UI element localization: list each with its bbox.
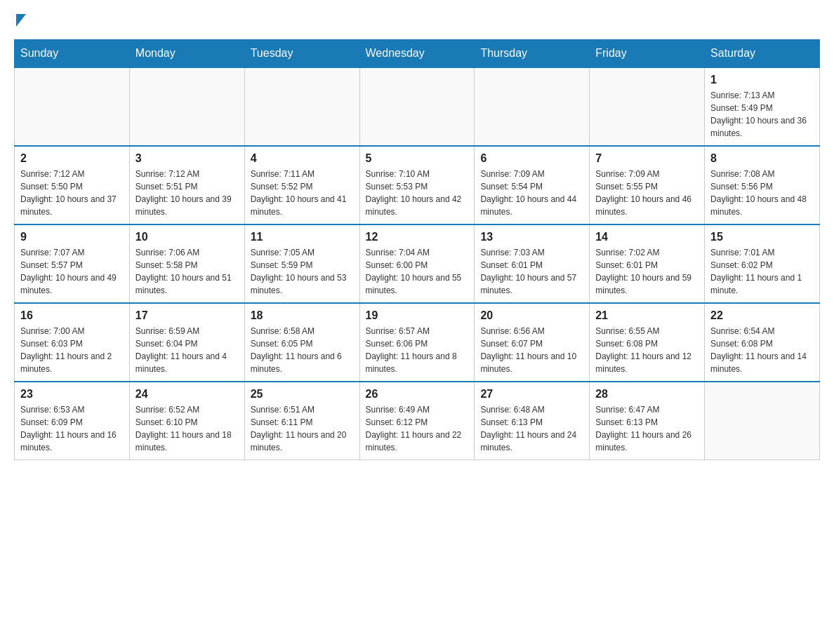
day-header-wednesday: Wednesday	[359, 40, 475, 68]
calendar-cell	[590, 67, 705, 146]
day-info: Sunrise: 6:55 AMSunset: 6:08 PMDaylight:…	[595, 325, 699, 375]
calendar-cell: 13Sunrise: 7:03 AMSunset: 6:01 PMDayligh…	[475, 224, 590, 303]
day-info: Sunrise: 6:57 AMSunset: 6:06 PMDaylight:…	[366, 325, 469, 375]
day-number: 12	[366, 231, 469, 243]
day-number: 25	[251, 388, 354, 401]
day-number: 7	[595, 152, 699, 165]
day-number: 9	[20, 231, 124, 243]
day-info: Sunrise: 7:08 AMSunset: 5:56 PMDaylight:…	[710, 168, 814, 218]
day-info: Sunrise: 7:06 AMSunset: 5:58 PMDaylight:…	[135, 246, 239, 297]
calendar-cell	[244, 67, 359, 146]
day-number: 15	[710, 231, 814, 243]
calendar-table: SundayMondayTuesdayWednesdayThursdayFrid…	[14, 39, 820, 460]
day-number: 5	[366, 152, 469, 165]
calendar-cell: 27Sunrise: 6:48 AMSunset: 6:13 PMDayligh…	[475, 382, 590, 460]
day-info: Sunrise: 7:10 AMSunset: 5:53 PMDaylight:…	[366, 168, 469, 218]
calendar-header-row: SundayMondayTuesdayWednesdayThursdayFrid…	[15, 40, 820, 68]
calendar-cell: 19Sunrise: 6:57 AMSunset: 6:06 PMDayligh…	[359, 303, 475, 382]
calendar-cell	[705, 382, 820, 460]
calendar-cell: 14Sunrise: 7:02 AMSunset: 6:01 PMDayligh…	[590, 224, 705, 303]
day-number: 14	[595, 231, 699, 243]
day-info: Sunrise: 7:07 AMSunset: 5:57 PMDaylight:…	[20, 246, 124, 297]
calendar-cell: 4Sunrise: 7:11 AMSunset: 5:52 PMDaylight…	[244, 146, 359, 224]
day-info: Sunrise: 6:52 AMSunset: 6:10 PMDaylight:…	[135, 403, 239, 454]
day-info: Sunrise: 6:56 AMSunset: 6:07 PMDaylight:…	[480, 325, 583, 375]
calendar-cell: 25Sunrise: 6:51 AMSunset: 6:11 PMDayligh…	[244, 382, 359, 460]
day-info: Sunrise: 7:13 AMSunset: 5:49 PMDaylight:…	[710, 89, 814, 140]
day-header-saturday: Saturday	[705, 40, 820, 68]
calendar-cell: 1Sunrise: 7:13 AMSunset: 5:49 PMDaylight…	[705, 67, 820, 146]
day-number: 11	[251, 231, 354, 243]
calendar-cell: 28Sunrise: 6:47 AMSunset: 6:13 PMDayligh…	[590, 382, 705, 460]
calendar-week-row: 23Sunrise: 6:53 AMSunset: 6:09 PMDayligh…	[15, 382, 820, 460]
day-info: Sunrise: 6:51 AMSunset: 6:11 PMDaylight:…	[251, 403, 354, 454]
day-header-thursday: Thursday	[475, 40, 590, 68]
calendar-cell: 24Sunrise: 6:52 AMSunset: 6:10 PMDayligh…	[129, 382, 244, 460]
calendar-cell: 20Sunrise: 6:56 AMSunset: 6:07 PMDayligh…	[475, 303, 590, 382]
calendar-cell: 8Sunrise: 7:08 AMSunset: 5:56 PMDaylight…	[705, 146, 820, 224]
calendar-cell: 16Sunrise: 7:00 AMSunset: 6:03 PMDayligh…	[15, 303, 130, 382]
day-number: 23	[20, 388, 124, 401]
day-number: 27	[480, 388, 583, 401]
day-number: 28	[595, 388, 699, 401]
day-info: Sunrise: 6:53 AMSunset: 6:09 PMDaylight:…	[20, 403, 124, 454]
day-number: 1	[710, 74, 814, 86]
day-header-tuesday: Tuesday	[244, 40, 359, 68]
calendar-cell: 7Sunrise: 7:09 AMSunset: 5:55 PMDaylight…	[590, 146, 705, 224]
calendar-cell: 15Sunrise: 7:01 AMSunset: 6:02 PMDayligh…	[705, 224, 820, 303]
day-number: 18	[251, 309, 354, 322]
calendar-cell: 23Sunrise: 6:53 AMSunset: 6:09 PMDayligh…	[15, 382, 130, 460]
day-number: 21	[595, 309, 699, 322]
calendar-cell	[129, 67, 244, 146]
day-info: Sunrise: 7:03 AMSunset: 6:01 PMDaylight:…	[480, 246, 583, 297]
day-info: Sunrise: 7:12 AMSunset: 5:50 PMDaylight:…	[20, 168, 124, 218]
day-number: 20	[480, 309, 583, 322]
day-header-sunday: Sunday	[15, 40, 130, 68]
day-info: Sunrise: 6:59 AMSunset: 6:04 PMDaylight:…	[135, 325, 239, 375]
calendar-week-row: 16Sunrise: 7:00 AMSunset: 6:03 PMDayligh…	[15, 303, 820, 382]
calendar-cell	[15, 67, 130, 146]
day-number: 2	[20, 152, 124, 165]
day-info: Sunrise: 7:00 AMSunset: 6:03 PMDaylight:…	[20, 325, 124, 375]
calendar-cell: 5Sunrise: 7:10 AMSunset: 5:53 PMDaylight…	[359, 146, 475, 224]
day-info: Sunrise: 6:58 AMSunset: 6:05 PMDaylight:…	[251, 325, 354, 375]
logo-chevron-icon	[16, 14, 26, 27]
day-number: 13	[480, 231, 583, 243]
calendar-week-row: 1Sunrise: 7:13 AMSunset: 5:49 PMDaylight…	[15, 67, 820, 146]
page-header	[14, 14, 820, 25]
day-number: 24	[135, 388, 239, 401]
calendar-cell: 21Sunrise: 6:55 AMSunset: 6:08 PMDayligh…	[590, 303, 705, 382]
day-info: Sunrise: 7:04 AMSunset: 6:00 PMDaylight:…	[366, 246, 469, 297]
calendar-cell: 2Sunrise: 7:12 AMSunset: 5:50 PMDaylight…	[15, 146, 130, 224]
calendar-week-row: 9Sunrise: 7:07 AMSunset: 5:57 PMDaylight…	[15, 224, 820, 303]
day-number: 10	[135, 231, 239, 243]
calendar-cell: 26Sunrise: 6:49 AMSunset: 6:12 PMDayligh…	[359, 382, 475, 460]
calendar-cell	[475, 67, 590, 146]
day-info: Sunrise: 7:09 AMSunset: 5:55 PMDaylight:…	[595, 168, 699, 218]
day-info: Sunrise: 7:09 AMSunset: 5:54 PMDaylight:…	[480, 168, 583, 218]
day-number: 26	[366, 388, 469, 401]
logo	[14, 14, 26, 25]
day-number: 6	[480, 152, 583, 165]
calendar-cell: 11Sunrise: 7:05 AMSunset: 5:59 PMDayligh…	[244, 224, 359, 303]
day-number: 8	[710, 152, 814, 165]
day-info: Sunrise: 7:12 AMSunset: 5:51 PMDaylight:…	[135, 168, 239, 218]
calendar-cell: 17Sunrise: 6:59 AMSunset: 6:04 PMDayligh…	[129, 303, 244, 382]
day-number: 16	[20, 309, 124, 322]
calendar-cell: 10Sunrise: 7:06 AMSunset: 5:58 PMDayligh…	[129, 224, 244, 303]
day-header-monday: Monday	[129, 40, 244, 68]
calendar-cell: 6Sunrise: 7:09 AMSunset: 5:54 PMDaylight…	[475, 146, 590, 224]
calendar-cell: 12Sunrise: 7:04 AMSunset: 6:00 PMDayligh…	[359, 224, 475, 303]
calendar-cell: 3Sunrise: 7:12 AMSunset: 5:51 PMDaylight…	[129, 146, 244, 224]
day-number: 4	[251, 152, 354, 165]
calendar-cell	[359, 67, 475, 146]
day-info: Sunrise: 6:48 AMSunset: 6:13 PMDaylight:…	[480, 403, 583, 454]
calendar-cell: 22Sunrise: 6:54 AMSunset: 6:08 PMDayligh…	[705, 303, 820, 382]
day-info: Sunrise: 7:05 AMSunset: 5:59 PMDaylight:…	[251, 246, 354, 297]
day-header-friday: Friday	[590, 40, 705, 68]
day-number: 19	[366, 309, 469, 322]
calendar-cell: 18Sunrise: 6:58 AMSunset: 6:05 PMDayligh…	[244, 303, 359, 382]
day-info: Sunrise: 7:02 AMSunset: 6:01 PMDaylight:…	[595, 246, 699, 297]
day-info: Sunrise: 7:11 AMSunset: 5:52 PMDaylight:…	[251, 168, 354, 218]
calendar-week-row: 2Sunrise: 7:12 AMSunset: 5:50 PMDaylight…	[15, 146, 820, 224]
